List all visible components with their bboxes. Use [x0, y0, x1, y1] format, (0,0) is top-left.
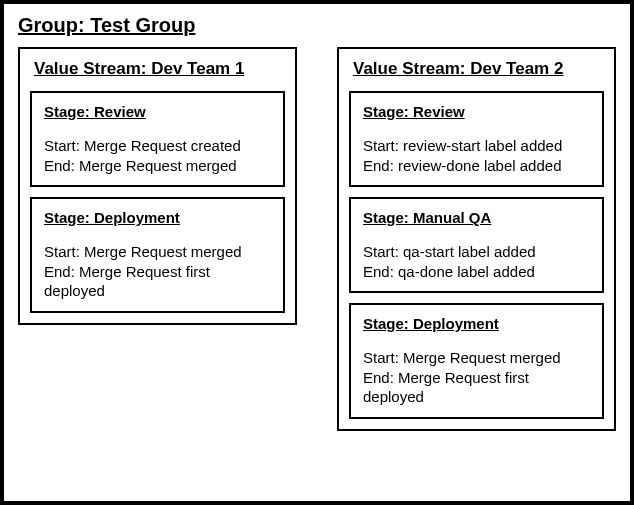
value-stream-2: Value Stream: Dev Team 2 Stage: Review S… — [337, 47, 616, 431]
stage-title: Stage: Deployment — [44, 209, 271, 226]
stage-box: Stage: Manual QA Start: qa-start label a… — [349, 197, 604, 293]
stage-end: End: Merge Request first deployed — [44, 262, 271, 301]
group-container: Group: Test Group Value Stream: Dev Team… — [0, 0, 634, 505]
stage-box: Stage: Deployment Start: Merge Request m… — [30, 197, 285, 313]
stage-box: Stage: Review Start: Merge Request creat… — [30, 91, 285, 187]
streams-row: Value Stream: Dev Team 1 Stage: Review S… — [18, 47, 616, 431]
stage-start: Start: Merge Request merged — [363, 348, 590, 368]
stage-title: Stage: Review — [363, 103, 590, 120]
value-stream-title: Value Stream: Dev Team 2 — [349, 59, 604, 79]
stage-start: Start: review-start label added — [363, 136, 590, 156]
stage-title: Stage: Review — [44, 103, 271, 120]
stage-start: Start: qa-start label added — [363, 242, 590, 262]
stage-start: Start: Merge Request created — [44, 136, 271, 156]
value-stream-title: Value Stream: Dev Team 1 — [30, 59, 285, 79]
stage-box: Stage: Deployment Start: Merge Request m… — [349, 303, 604, 419]
value-stream-1: Value Stream: Dev Team 1 Stage: Review S… — [18, 47, 297, 325]
stage-title: Stage: Deployment — [363, 315, 590, 332]
stage-end: End: qa-done label added — [363, 262, 590, 282]
stage-box: Stage: Review Start: review-start label … — [349, 91, 604, 187]
stage-end: End: Merge Request first deployed — [363, 368, 590, 407]
stage-end: End: Merge Request merged — [44, 156, 271, 176]
group-title: Group: Test Group — [18, 14, 616, 37]
stage-end: End: review-done label added — [363, 156, 590, 176]
stage-title: Stage: Manual QA — [363, 209, 590, 226]
stage-start: Start: Merge Request merged — [44, 242, 271, 262]
